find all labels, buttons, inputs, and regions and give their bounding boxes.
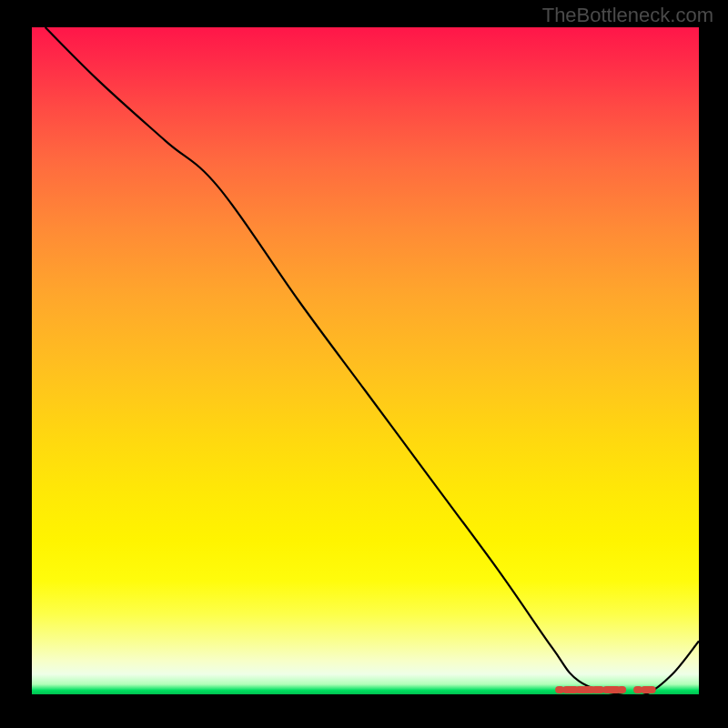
attribution-text: TheBottleneck.com [542,4,713,27]
chart-svg [32,27,699,694]
chart-container: TheBottleneck.com [0,0,728,728]
plot-area [32,27,699,694]
bottleneck-curve-line [46,27,699,694]
